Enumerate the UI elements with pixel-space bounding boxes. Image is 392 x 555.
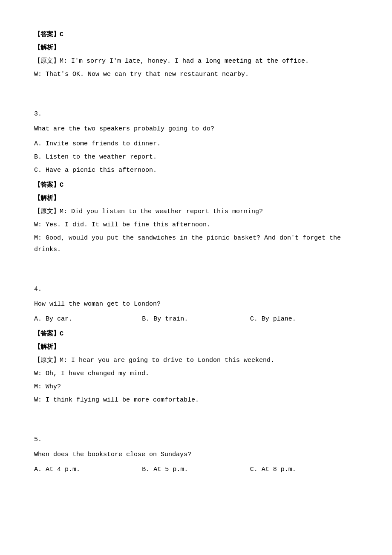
original-text-4: 【原文】M: I hear you are going to drive to … xyxy=(34,355,358,366)
dialog-2-2: W: That's OK. Now we can try that new re… xyxy=(34,69,358,80)
answer-3: 【答案】C xyxy=(34,179,358,191)
original-text-3: 【原文】M: Did you listen to the weather rep… xyxy=(34,206,358,217)
original-text-2: 【原文】M: I'm sorry I'm late, honey. I had … xyxy=(34,55,358,67)
analysis-header-2: 【解析】 xyxy=(34,42,358,54)
option-4b: B. By train. xyxy=(142,313,250,325)
answer-section-2: 【答案】C 【解析】 【原文】M: I'm sorry I'm late, ho… xyxy=(34,29,358,80)
option-3b: B. Listen to the weather report. xyxy=(34,151,358,163)
question-text-5: When does the bookstore close on Sundays… xyxy=(34,449,358,460)
options-row-5: A. At 4 p.m. B. At 5 p.m. C. At 8 p.m. xyxy=(34,464,358,475)
analysis-header-3: 【解析】 xyxy=(34,193,358,204)
original-label-4: 【原文】 xyxy=(34,357,60,364)
option-5a: A. At 4 p.m. xyxy=(34,464,142,475)
original-label-2: 【原文】 xyxy=(34,58,60,65)
question-section-5: 5. When does the bookstore close on Sund… xyxy=(34,434,358,475)
answer-4: 【答案】C xyxy=(34,328,358,340)
option-5b: B. At 5 p.m. xyxy=(142,464,250,475)
question-text-3: What are the two speakers probably going… xyxy=(34,123,358,135)
option-3c: C. Have a picnic this afternoon. xyxy=(34,165,358,176)
question-number-3: 3. xyxy=(34,108,358,120)
option-5c: C. At 8 p.m. xyxy=(250,464,358,475)
question-number-4: 4. xyxy=(34,283,358,295)
dialog-3-2: W: Yes. I did. It will be fine this afte… xyxy=(34,219,358,231)
dialog-3-4: drinks. xyxy=(34,244,358,255)
dialog-4-3: M: Why? xyxy=(34,381,358,393)
option-4c: C. By plane. xyxy=(250,313,358,325)
question-section-4: 4. How will the woman get to London? A. … xyxy=(34,283,358,406)
original-label-3: 【原文】 xyxy=(34,208,60,215)
dialog-3-3: M: Good, would you put the sandwiches in… xyxy=(34,232,358,244)
dialog-4-2: W: Oh, I have changed my mind. xyxy=(34,368,358,379)
dialog-4-4: W: I think flying will be more comfortab… xyxy=(34,394,358,406)
answer-2: 【答案】C xyxy=(34,29,358,40)
option-4a: A. By car. xyxy=(34,313,142,325)
option-3a: A. Invite some friends to dinner. xyxy=(34,138,358,150)
analysis-header-4: 【解析】 xyxy=(34,341,358,353)
question-section-3: 3. What are the two speakers probably go… xyxy=(34,108,358,255)
question-number-5: 5. xyxy=(34,434,358,445)
options-row-4: A. By car. B. By train. C. By plane. xyxy=(34,313,358,325)
question-text-4: How will the woman get to London? xyxy=(34,298,358,310)
